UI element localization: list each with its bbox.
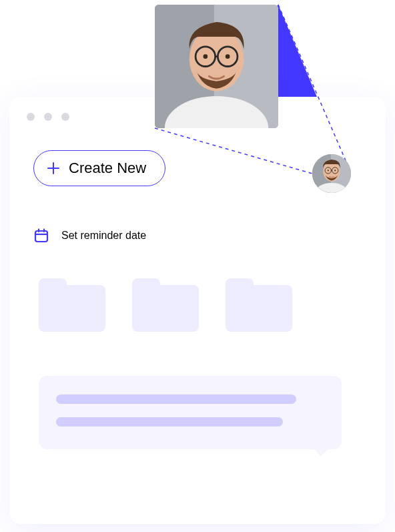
svg-point-10 <box>226 54 230 59</box>
folder-item[interactable] <box>226 278 292 332</box>
folder-item[interactable] <box>132 278 199 332</box>
placeholder-line <box>56 417 283 427</box>
folder-item[interactable] <box>39 278 105 332</box>
svg-rect-20 <box>35 231 47 242</box>
window-dot <box>44 113 52 121</box>
message-bubble <box>39 376 342 449</box>
create-new-label: Create New <box>69 160 146 177</box>
set-reminder-label: Set reminder date <box>61 230 146 242</box>
avatar-zoomed <box>155 5 278 128</box>
app-window: Create New Set reminder date <box>9 97 386 524</box>
placeholder-line <box>56 394 296 404</box>
create-new-button[interactable]: Create New <box>33 150 165 186</box>
window-dot <box>27 113 35 121</box>
avatar[interactable] <box>312 154 351 193</box>
window-controls <box>27 113 69 121</box>
svg-point-19 <box>334 170 336 171</box>
window-dot <box>61 113 69 121</box>
set-reminder-row[interactable]: Set reminder date <box>33 228 146 244</box>
svg-point-9 <box>204 54 208 59</box>
plus-icon <box>46 161 61 176</box>
svg-point-18 <box>328 170 329 171</box>
folder-row <box>39 278 292 332</box>
calendar-icon <box>33 228 49 244</box>
